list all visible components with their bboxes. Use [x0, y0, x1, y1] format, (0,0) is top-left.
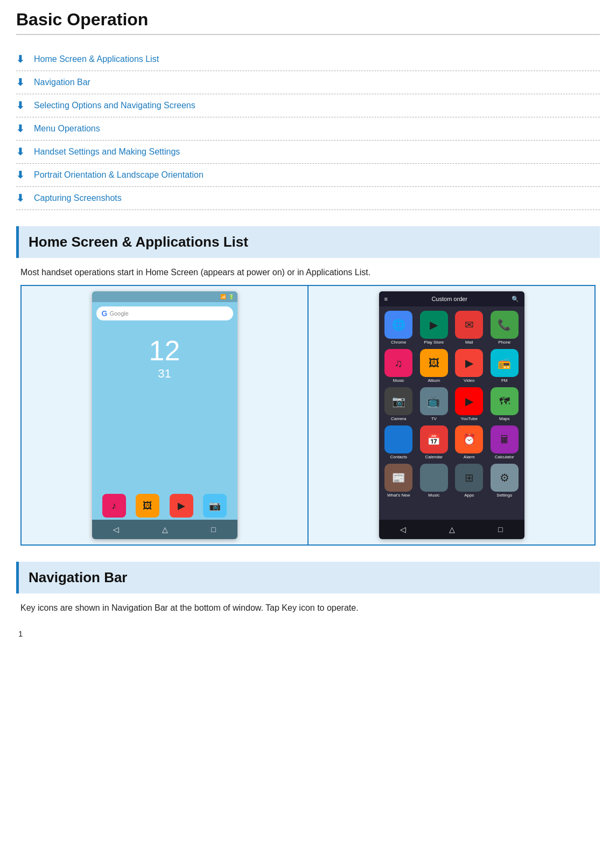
video-icon: ▶: [455, 349, 483, 377]
chrome-icon: 🌐: [384, 311, 412, 339]
camera-icon: 📷: [384, 387, 412, 415]
app-list-search-icon: 🔍: [512, 296, 519, 303]
navigation-bar-title: Navigation Bar: [29, 569, 590, 586]
chrome-label: Chrome: [391, 340, 406, 345]
phone-images-container: 📶 🔋 G Google 12 31 ♪: [20, 285, 596, 546]
toc-link-portrait-landscape[interactable]: Portrait Orientation & Landscape Orienta…: [34, 170, 204, 180]
toc-item: ⬇ Handset Settings and Making Settings: [16, 141, 600, 164]
toc-arrow-icon: ⬇: [16, 123, 24, 135]
phone-status-bar: 📶 🔋: [92, 291, 237, 302]
home-screen-description: Most handset operations start in Home Sc…: [20, 268, 596, 277]
phone-mockup-home: 📶 🔋 G Google 12 31 ♪: [92, 291, 237, 539]
video-label: Video: [464, 378, 474, 383]
toc-link-menu-operations[interactable]: Menu Operations: [34, 124, 100, 134]
app-item-album: 🖼 Album: [418, 349, 450, 383]
toc-link-home-screen[interactable]: Home Screen & Applications List: [34, 54, 159, 64]
app-item-video: ▶ Video: [454, 349, 485, 383]
apps2-label: Apps: [464, 493, 474, 498]
calculator-icon: 🖩: [491, 425, 519, 453]
alarm-icon: ⏰: [455, 425, 483, 453]
navigation-bar-description: Key icons are shown in Navigation Bar at…: [20, 603, 596, 613]
phone-image-home: 📶 🔋 G Google 12 31 ♪: [22, 286, 309, 544]
dock-album-icon: 🖼: [136, 494, 159, 518]
home-nav-icon: △: [162, 525, 168, 534]
music2-label: Music: [428, 493, 439, 498]
toc-item: ⬇ Capturing Screenshots: [16, 187, 600, 210]
calculator-label: Calculator: [495, 455, 514, 459]
toc-arrow-icon: ⬇: [16, 192, 24, 204]
app-list-status: ≡: [384, 296, 388, 302]
whatsnew-label: What's New: [387, 493, 410, 498]
app-item-youtube: ▶ YouTube: [454, 387, 485, 421]
home-screen-time: 12: [92, 337, 237, 365]
phone-image-applist: ≡ Custom order 🔍 🌐 Chrome ▶: [309, 286, 594, 544]
app-item-mail: ✉ Mail: [454, 311, 485, 345]
app-grid: 🌐 Chrome ▶ Play Store ✉ Mail: [379, 306, 524, 502]
home-screen-body: Most handset operations start in Home Sc…: [16, 268, 600, 546]
phone-mockup-applist: ≡ Custom order 🔍 🌐 Chrome ▶: [379, 291, 524, 539]
music-icon: ♫: [384, 349, 412, 377]
app-item-maps: 🗺 Maps: [489, 387, 520, 421]
app-item-contacts: 👤 Contacts: [383, 425, 415, 459]
playstore-label: Play Store: [424, 340, 444, 345]
recent-nav-icon: □: [211, 525, 215, 534]
google-logo: G: [102, 309, 108, 318]
phone-label: Phone: [498, 340, 510, 345]
settings-icon: ⚙: [491, 464, 519, 492]
toc-link-selecting-options[interactable]: Selecting Options and Navigating Screens: [34, 101, 195, 110]
navigation-bar-section: Navigation Bar Key icons are shown in Na…: [16, 562, 600, 613]
dock-video-icon: ▶: [170, 494, 193, 518]
toc-arrow-icon: ⬇: [16, 169, 24, 181]
dock-camera-icon: 📷: [203, 494, 227, 518]
app-list-title: Custom order: [431, 296, 467, 302]
phone-nav-bar-applist: ◁ △ □: [379, 520, 524, 539]
tv-icon: 📺: [420, 387, 448, 415]
maps-label: Maps: [499, 416, 510, 421]
youtube-icon: ▶: [455, 387, 483, 415]
youtube-label: YouTube: [461, 416, 478, 421]
fm-label: FM: [501, 378, 508, 383]
whatsnew-icon: 📰: [384, 464, 412, 492]
contacts-icon: 👤: [384, 425, 412, 453]
toc-link-handset-settings[interactable]: Handset Settings and Making Settings: [34, 147, 180, 157]
app-item-chrome: 🌐 Chrome: [383, 311, 415, 345]
mail-icon: ✉: [455, 311, 483, 339]
google-search-bar: G Google: [96, 306, 233, 320]
toc-item: ⬇ Home Screen & Applications List: [16, 48, 600, 71]
phone-dock-icons: ♪ 🖼 ▶ 📷: [92, 494, 237, 518]
maps-icon: 🗺: [491, 387, 519, 415]
recent-nav-icon-right: □: [498, 525, 502, 534]
album-icon: 🖼: [420, 349, 448, 377]
app-item-phone: 📞 Phone: [489, 311, 520, 345]
toc-arrow-icon: ⬇: [16, 146, 24, 158]
toc-arrow-icon: ⬇: [16, 76, 24, 88]
toc-link-navigation-bar[interactable]: Navigation Bar: [34, 78, 90, 87]
app-item-tv: 📺 TV: [418, 387, 450, 421]
app-item-music: ♫ Music: [383, 349, 415, 383]
phone-nav-bar-home: ◁ △ □: [92, 520, 237, 539]
camera-label: Camera: [391, 416, 406, 421]
fm-icon: 📻: [491, 349, 519, 377]
home-screen-date: 31: [92, 367, 237, 381]
toc-item: ⬇ Navigation Bar: [16, 71, 600, 94]
home-screen-title: Home Screen & Applications List: [29, 234, 590, 250]
app-item-camera: 📷 Camera: [383, 387, 415, 421]
mail-label: Mail: [465, 340, 473, 345]
app-item-settings: ⚙ Settings: [489, 464, 520, 498]
page-number: 1: [16, 629, 600, 638]
home-nav-icon-right: △: [449, 525, 455, 534]
dock-music-icon: ♪: [102, 494, 126, 518]
table-of-contents: ⬇ Home Screen & Applications List ⬇ Navi…: [16, 48, 600, 210]
phone-icon: 📞: [491, 311, 519, 339]
app-item-calendar: 📅 Calendar: [418, 425, 450, 459]
toc-arrow-icon: ⬇: [16, 53, 24, 65]
tv-label: TV: [431, 416, 437, 421]
settings-label: Settings: [496, 493, 512, 498]
alarm-label: Alarm: [464, 455, 475, 459]
calendar-label: Calendar: [425, 455, 443, 459]
navigation-bar-body: Key icons are shown in Navigation Bar at…: [16, 603, 600, 613]
app-item-playstore: ▶ Play Store: [418, 311, 450, 345]
back-nav-icon: ◁: [113, 525, 119, 534]
toc-link-capturing-screenshots[interactable]: Capturing Screenshots: [34, 193, 122, 203]
app-item-calculator: 🖩 Calculator: [489, 425, 520, 459]
